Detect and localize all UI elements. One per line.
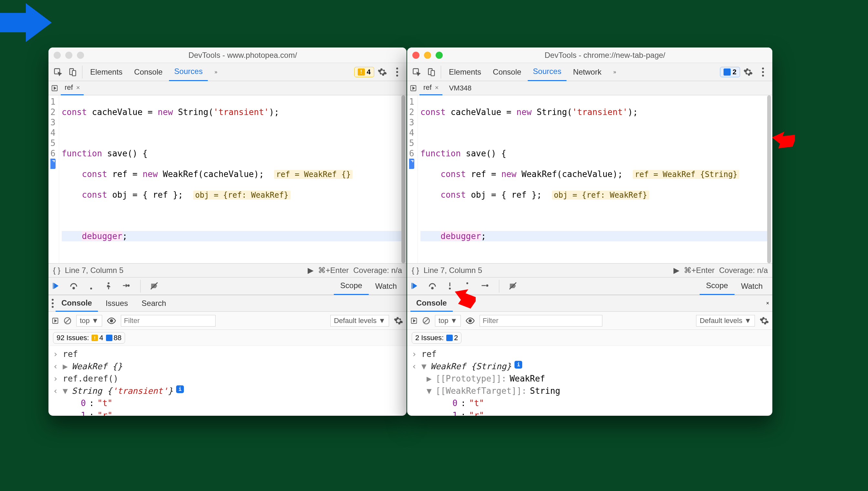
- step-icon[interactable]: [121, 281, 131, 291]
- eye-icon[interactable]: [465, 316, 475, 326]
- console-output-line[interactable]: WeakRef {String}: [430, 361, 511, 372]
- step-over-icon[interactable]: [428, 281, 438, 291]
- close-dot[interactable]: [54, 52, 61, 59]
- console-settings-icon[interactable]: [759, 316, 769, 326]
- tab-elements[interactable]: Elements: [85, 63, 128, 81]
- inspect-icon[interactable]: [51, 65, 65, 79]
- editor-scrollbar[interactable]: [401, 95, 406, 263]
- minimize-dot[interactable]: [424, 52, 431, 59]
- coverage-status: Coverage: n/a: [353, 266, 402, 275]
- code-editor[interactable]: 1234567 const cacheValue = new String('t…: [49, 95, 407, 263]
- eye-icon[interactable]: [107, 316, 116, 326]
- settings-icon[interactable]: [375, 65, 389, 79]
- zoom-dot[interactable]: [436, 52, 443, 59]
- log-levels-selector[interactable]: Default levels ▼: [330, 315, 389, 326]
- kebab-icon[interactable]: [756, 65, 770, 79]
- tab-watch[interactable]: Watch: [369, 278, 403, 295]
- file-tab-ref[interactable]: ref ×: [61, 81, 84, 95]
- code-body[interactable]: const cacheValue = new String('transient…: [418, 95, 772, 263]
- minimize-dot[interactable]: [65, 52, 73, 59]
- log-levels-selector[interactable]: Default levels ▼: [696, 315, 755, 326]
- resume-icon[interactable]: [52, 281, 61, 291]
- tab-network[interactable]: Network: [568, 63, 607, 81]
- tab-console[interactable]: Console: [488, 63, 526, 81]
- tab-watch[interactable]: Watch: [734, 278, 769, 295]
- inspect-icon[interactable]: [410, 65, 423, 79]
- property-row[interactable]: 1: "r": [49, 409, 407, 416]
- svg-point-21: [466, 282, 468, 284]
- tab-sources[interactable]: Sources: [169, 63, 208, 81]
- close-tab-icon[interactable]: ×: [435, 84, 439, 91]
- expand-icon[interactable]: ▶: [63, 361, 68, 372]
- drawer-tab-console[interactable]: Console: [56, 295, 98, 312]
- file-tab-ref[interactable]: ref×: [419, 81, 442, 95]
- collapse-icon[interactable]: ▼: [426, 385, 432, 396]
- context-selector[interactable]: top ▼: [435, 315, 461, 326]
- console-output[interactable]: ›ref ‹▼WeakRef {String} i ▶[[Prototype]]…: [407, 346, 772, 416]
- tab-scope[interactable]: Scope: [334, 278, 369, 295]
- tab-sources[interactable]: Sources: [528, 63, 566, 81]
- tab-console[interactable]: Console: [129, 63, 168, 81]
- drawer-tab-console[interactable]: Console: [411, 295, 453, 312]
- editor-scrollbar[interactable]: [767, 95, 772, 263]
- issues-pill[interactable]: 2 Issues: 2: [412, 332, 461, 344]
- resume-icon[interactable]: [411, 281, 420, 291]
- clear-console-icon[interactable]: [422, 317, 430, 325]
- expand-icon[interactable]: ▶: [426, 373, 432, 384]
- code-editor[interactable]: 1234567 const cacheValue = new String('t…: [407, 95, 772, 263]
- step-icon[interactable]: [480, 281, 490, 291]
- console-output-line[interactable]: WeakRef {}: [72, 361, 122, 372]
- deactivate-breakpoints-icon[interactable]: [150, 281, 159, 291]
- issues-badge[interactable]: 2: [720, 67, 740, 77]
- drawer-kebab-icon[interactable]: [52, 299, 54, 308]
- svg-rect-2: [73, 70, 76, 76]
- file-tab-vm[interactable]: VM348: [445, 81, 475, 95]
- filter-input[interactable]: [480, 315, 603, 326]
- run-icon[interactable]: ▶: [673, 266, 679, 275]
- clear-console-icon[interactable]: [63, 317, 72, 325]
- svg-marker-28: [0, 3, 52, 42]
- issues-pill[interactable]: 92 Issues: !4 88: [53, 332, 125, 344]
- close-tab-icon[interactable]: ×: [76, 84, 80, 91]
- console-output[interactable]: ›ref ‹▶WeakRef {} ›ref.deref() ‹▼String …: [49, 346, 407, 416]
- svg-point-5: [73, 287, 75, 289]
- step-into-icon[interactable]: [87, 281, 96, 291]
- step-over-icon[interactable]: [69, 281, 79, 291]
- more-tabs-icon[interactable]: »: [608, 65, 621, 79]
- console-play-icon[interactable]: [52, 317, 59, 324]
- braces-icon[interactable]: { }: [412, 266, 419, 275]
- device-icon[interactable]: [66, 65, 80, 79]
- tab-elements[interactable]: Elements: [444, 63, 486, 81]
- collapse-icon[interactable]: ▼: [63, 385, 68, 396]
- run-icon[interactable]: ▶: [308, 266, 313, 275]
- devtools-window-left: DevTools - www.photopea.com/ Elements Co…: [49, 48, 407, 416]
- console-settings-icon[interactable]: [394, 316, 403, 326]
- property-row[interactable]: 1: "r": [407, 409, 772, 416]
- code-body[interactable]: const cacheValue = new String('transient…: [59, 95, 407, 263]
- zoom-dot[interactable]: [77, 52, 84, 59]
- braces-icon[interactable]: { }: [53, 266, 60, 275]
- property-row[interactable]: 0: "t": [407, 397, 772, 409]
- close-drawer-icon[interactable]: ×: [766, 300, 769, 306]
- run-snippet-icon[interactable]: [51, 85, 58, 92]
- filter-input[interactable]: [121, 315, 216, 326]
- close-dot[interactable]: [412, 52, 419, 59]
- more-tabs-icon[interactable]: »: [209, 65, 223, 79]
- info-icon[interactable]: i: [176, 385, 184, 393]
- run-snippet-icon[interactable]: [410, 85, 417, 92]
- info-icon[interactable]: i: [514, 361, 522, 369]
- console-play-icon[interactable]: [411, 317, 418, 324]
- device-icon[interactable]: [425, 65, 438, 79]
- drawer-tab-search[interactable]: Search: [136, 295, 172, 312]
- input-marker-icon: ›: [53, 349, 59, 359]
- issues-badge[interactable]: !4: [354, 67, 374, 77]
- context-selector[interactable]: top ▼: [76, 315, 102, 326]
- property-row[interactable]: 0: "t": [49, 397, 407, 409]
- tab-scope[interactable]: Scope: [700, 278, 734, 295]
- drawer-tab-issues[interactable]: Issues: [100, 295, 134, 312]
- collapse-icon[interactable]: ▼: [421, 361, 427, 372]
- deactivate-breakpoints-icon[interactable]: [508, 281, 518, 291]
- step-out-icon[interactable]: [104, 281, 114, 291]
- kebab-icon[interactable]: [390, 65, 404, 79]
- settings-icon[interactable]: [741, 65, 755, 79]
